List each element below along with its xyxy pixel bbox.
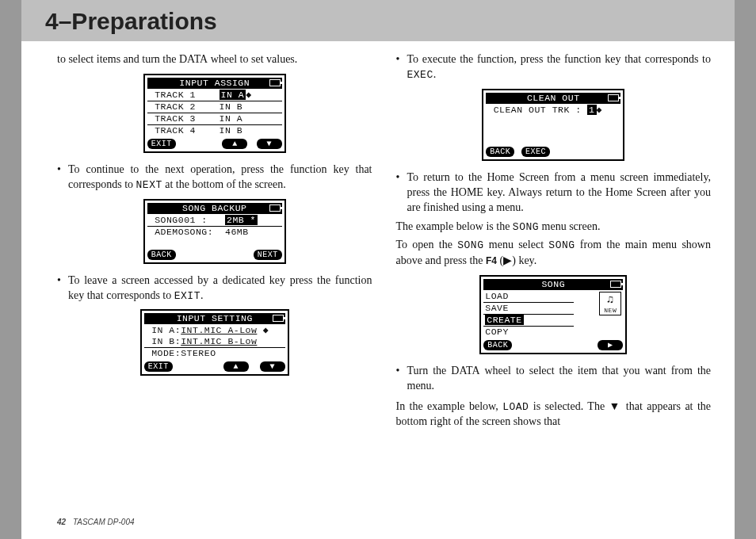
lcd-song-menu: SONG ♫ LOAD SAVE CREATE COPY BACK XXXX X… [479, 275, 627, 354]
lcd-title: INPUT SETTING [144, 313, 285, 324]
music-note-icon: ♫ [599, 292, 621, 315]
song-open-paragraph: To open the SONG menu select SONG from t… [396, 238, 712, 269]
battery-icon [610, 281, 621, 288]
battery-icon [269, 205, 281, 212]
lcd-row: SAVE [483, 303, 574, 315]
data-wheel-label: DATA [179, 53, 208, 65]
next-label: NEXT [136, 179, 162, 191]
bullet-exit: To leave a screen accessed by a dedicate… [57, 273, 372, 304]
intro-paragraph: to select items and turn the DATA wheel … [57, 52, 372, 67]
bullet-exec: To execute the function, press the funct… [396, 52, 712, 82]
lcd-row: SONG001 : 2MB * [147, 215, 282, 227]
right-column: To execute the function, press the funct… [396, 49, 712, 433]
song-example-paragraph: The example below is the SONG menu scree… [396, 220, 712, 235]
exit-label: EXIT [174, 290, 200, 302]
data-wheel-label: DATA [451, 365, 479, 377]
lcd-input-setting-wrap: INPUT SETTING IN A:INT.MIC A-Low ◆ IN B:… [57, 309, 372, 376]
chapter-heading: 4–Preparations [45, 8, 711, 35]
lcd-input-assign-wrap: INPUT ASSIGN TRACK 1 IN A◆ TRACK 2 IN B … [57, 74, 372, 153]
lcd-row: TRACK 1 IN A◆ [147, 90, 282, 101]
play-icon: ▶ [598, 340, 623, 350]
lcd-row: MODE:STEREO [144, 348, 285, 359]
lcd-row: TRACK 2 IN B [147, 101, 282, 113]
song-label: SONG [513, 221, 539, 233]
page-number: 42 [57, 518, 66, 526]
lcd-title: SONG BACKUP [147, 203, 282, 214]
up-icon: ▲ [223, 361, 249, 372]
lcd-title: SONG [483, 279, 623, 290]
lcd-row: CREATE [483, 315, 574, 327]
bullet-next: To continue to the next operation, press… [57, 162, 372, 193]
lcd-exec-button: EXEC [521, 147, 550, 157]
lcd-song-backup-wrap: SONG BACKUP SONG001 : 2MB * ADEMOSONG: 4… [57, 199, 372, 264]
down-icon: ▼ [257, 139, 282, 149]
play-icon: ▶ [503, 254, 512, 266]
lcd-input-setting: INPUT SETTING IN A:INT.MIC A-Low ◆ IN B:… [140, 309, 289, 376]
battery-icon [273, 315, 284, 322]
lcd-exit-button: EXIT [144, 361, 173, 372]
lcd-clean-out: CLEAN OUT CLEAN OUT TRK : 1◆ BACK EXEC X… [482, 89, 624, 161]
bullet-data-wheel: Turn the DATA wheel to select the item t… [396, 364, 712, 394]
down-icon: ▼ [260, 361, 285, 372]
lcd-row: IN B:INT.MIC B-Low [144, 336, 285, 348]
battery-icon [608, 94, 619, 101]
left-column: to select items and turn the DATA wheel … [57, 49, 372, 433]
home-key-label: HOME [451, 186, 483, 198]
lcd-title: CLEAN OUT [486, 93, 620, 104]
battery-icon [269, 79, 281, 86]
load-label: LOAD [502, 401, 529, 413]
lcd-row: TRACK 4 IN B [147, 125, 282, 136]
exec-label: EXEC [407, 69, 433, 81]
lcd-input-assign: INPUT ASSIGN TRACK 1 IN A◆ TRACK 2 IN B … [143, 74, 286, 153]
bullet-home: To return to the Home Screen from a menu… [396, 170, 712, 216]
lcd-back-button: BACK [147, 250, 176, 260]
product-name: TASCAM DP-004 [73, 518, 135, 526]
lcd-back-button: BACK [483, 340, 512, 350]
lcd-clean-out-wrap: CLEAN OUT CLEAN OUT TRK : 1◆ BACK EXEC X… [396, 89, 712, 161]
lcd-back-button: BACK [486, 147, 514, 157]
lcd-row: LOAD [483, 291, 574, 303]
content-columns: to select items and turn the DATA wheel … [21, 41, 735, 433]
lcd-row: COPY [483, 327, 574, 338]
lcd-row: ADEMOSONG: 46MB [147, 227, 282, 238]
lcd-exit-button: EXIT [147, 139, 176, 149]
lcd-row: TRACK 3 IN A [147, 113, 282, 125]
header-bar: 4–Preparations [21, 0, 735, 41]
load-example-paragraph: In the example below, LOAD is selected. … [396, 399, 712, 430]
lcd-song-backup: SONG BACKUP SONG001 : 2MB * ADEMOSONG: 4… [143, 199, 286, 264]
down-triangle-icon: ▼ [609, 399, 622, 412]
lcd-row: IN A:INT.MIC A-Low ◆ [144, 325, 285, 336]
up-icon: ▲ [222, 139, 247, 149]
f4-key-label: F4 [486, 255, 497, 266]
lcd-title: INPUT ASSIGN [147, 78, 282, 89]
lcd-row: CLEAN OUT TRK : 1◆ [486, 105, 620, 116]
lcd-song-menu-wrap: SONG ♫ LOAD SAVE CREATE COPY BACK XXXX X… [396, 275, 712, 354]
lcd-next-button: NEXT [254, 250, 282, 260]
page-footer: 42 TASCAM DP-004 [57, 518, 135, 526]
manual-page: 4–Preparations to select items and turn … [21, 0, 735, 539]
